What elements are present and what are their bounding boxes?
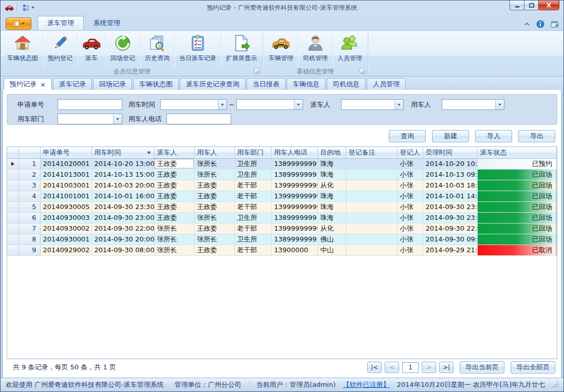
- ribbon-button-checklist[interactable]: 当日派车记录: [175, 32, 221, 67]
- cell-destination[interactable]: 珠海: [317, 169, 346, 180]
- dialog-launcher-icon[interactable]: ◿: [254, 68, 260, 74]
- cell-phone[interactable]: 1389999999: [271, 158, 317, 169]
- table-row[interactable]: 4201410010012014-10-01 16:00王政委王政委老干部139…: [7, 191, 557, 201]
- cell-accept_time[interactable]: 2014-09-30 22:59: [423, 223, 477, 234]
- column-header-dispatcher[interactable]: 派车人: [154, 147, 194, 158]
- ribbon-button-house[interactable]: 车辆状态图: [3, 32, 43, 67]
- column-header-order_no[interactable]: 申请单号: [40, 147, 91, 158]
- ribbon-tab-dispatch[interactable]: 派车管理: [37, 16, 84, 30]
- cell-dispatcher[interactable]: 张所长: [154, 223, 194, 234]
- export-button[interactable]: 导出: [518, 130, 555, 142]
- ribbon-tab-system[interactable]: 系统管理: [84, 16, 130, 30]
- cell-dispatcher[interactable]: 张所长: [154, 245, 194, 255]
- table-row[interactable]: 2201410130012014-10-13 15:00王政委张所长卫生所138…: [7, 169, 557, 180]
- column-header-accept_time[interactable]: 受理时间: [423, 147, 477, 158]
- cell-use_time[interactable]: 2014-10-03 20:00: [91, 180, 154, 191]
- cell-registrar[interactable]: 小张: [397, 191, 423, 201]
- cell-user[interactable]: 张所长: [194, 212, 234, 223]
- resize-grip[interactable]: [552, 382, 558, 388]
- first-page-button[interactable]: |<: [367, 362, 382, 373]
- cell-status[interactable]: 已回场: [477, 234, 557, 245]
- cell-remark[interactable]: [346, 158, 397, 169]
- order-no-input[interactable]: [58, 99, 122, 110]
- cell-user[interactable]: 王政委: [194, 180, 234, 191]
- cell-dispatcher[interactable]: 张所长: [154, 234, 194, 245]
- cell-status[interactable]: 已取消: [477, 245, 557, 255]
- cell-dispatcher[interactable]: 王政委: [154, 180, 194, 191]
- cell-user[interactable]: 张所长: [194, 158, 234, 169]
- cell-registrar[interactable]: 小张: [397, 212, 423, 223]
- cell-status[interactable]: 已回场: [477, 212, 557, 223]
- doc-tab-6[interactable]: 车辆信息: [287, 78, 326, 90]
- cell-order_no[interactable]: 20140930002: [40, 223, 91, 234]
- cell-order_no[interactable]: 20140929002: [40, 245, 91, 255]
- dropdown-arrow-button[interactable]: [394, 100, 403, 109]
- cell-user[interactable]: 张所长: [194, 169, 234, 180]
- collapse-ribbon-chevron-icon[interactable]: [524, 22, 530, 26]
- cell-use_time[interactable]: 2014-09-30 20:00: [91, 234, 154, 245]
- ribbon-button-driver[interactable]: 司机管理: [298, 32, 333, 67]
- dispatcher-combo[interactable]: [341, 99, 404, 110]
- cell-order_no[interactable]: 20141003001: [40, 180, 91, 191]
- cell-phone[interactable]: 13999999999: [271, 180, 317, 191]
- cell-use_time[interactable]: 2014-09-30 23:30: [91, 201, 154, 212]
- cell-destination[interactable]: 珠海: [317, 201, 346, 212]
- cell-accept_time[interactable]: 2014-09-30 23:14: [423, 201, 477, 212]
- cell-registrar[interactable]: 小张: [397, 245, 423, 255]
- cell-dispatcher[interactable]: 王政委: [154, 158, 194, 169]
- dialog-launcher-icon[interactable]: ◿: [360, 68, 365, 74]
- cell-dept[interactable]: 老干部: [234, 223, 271, 234]
- column-header-registrar[interactable]: 登记人: [397, 147, 423, 158]
- doc-tab-4[interactable]: 派车历史记录查询: [180, 78, 246, 90]
- license-registered-link[interactable]: 【软件已注册】: [343, 380, 390, 389]
- cell-accept_time[interactable]: 2014-09-30 09:17: [423, 234, 477, 245]
- cell-dispatcher[interactable]: 王政委: [154, 212, 194, 223]
- cell-remark[interactable]: [346, 223, 397, 234]
- cell-phone[interactable]: 13999999999: [271, 191, 317, 201]
- cell-destination[interactable]: 中山: [317, 245, 346, 255]
- query-button[interactable]: 查询: [389, 130, 426, 142]
- cell-dept[interactable]: 卫生所: [234, 158, 271, 169]
- ribbon-button-people[interactable]: 人员管理: [333, 32, 367, 67]
- last-page-button[interactable]: >|: [439, 362, 454, 373]
- cell-remark[interactable]: [346, 201, 397, 212]
- cell-registrar[interactable]: 小张: [397, 169, 423, 180]
- ribbon-button-recycle[interactable]: 回场登记: [106, 32, 140, 67]
- cell-use_time[interactable]: 2014-09-30 22:00: [91, 223, 154, 234]
- use-time-from-combo[interactable]: [160, 99, 227, 110]
- cell-status[interactable]: 已回场: [477, 180, 557, 191]
- cell-dept[interactable]: 卫生所: [234, 169, 271, 180]
- cell-user[interactable]: 王政委: [194, 191, 234, 201]
- cell-user[interactable]: 王政委: [194, 201, 234, 212]
- column-header-phone[interactable]: 用车人电话: [271, 147, 317, 158]
- cell-user[interactable]: 王政委: [194, 223, 234, 234]
- cell-phone[interactable]: 1389999999: [271, 212, 317, 223]
- page-number-input[interactable]: [402, 362, 419, 373]
- cell-dept[interactable]: 卫生所: [234, 212, 271, 223]
- import-button[interactable]: 导入: [475, 130, 512, 142]
- doc-tab-1[interactable]: 派车记录: [53, 78, 92, 90]
- cell-destination[interactable]: 珠海: [317, 158, 346, 169]
- cell-registrar[interactable]: 小张: [397, 180, 423, 191]
- column-header-user[interactable]: 用车人: [194, 147, 234, 158]
- cell-remark[interactable]: [346, 191, 397, 201]
- cell-status[interactable]: 已回场: [477, 169, 557, 180]
- dropdown-arrow-button[interactable]: [218, 100, 227, 109]
- cell-destination[interactable]: 珠海: [317, 191, 346, 201]
- cell-accept_time[interactable]: 2014-09-30 23:05: [423, 212, 477, 223]
- cell-accept_time[interactable]: 2014-10-01 14:19: [423, 191, 477, 201]
- cell-use_time[interactable]: 2014-10-13 15:00: [91, 169, 154, 180]
- dept-combo[interactable]: [58, 114, 122, 124]
- cell-use_time[interactable]: 2014-10-20 13:00: [91, 158, 154, 169]
- ribbon-button-pencil[interactable]: 预约登记: [43, 32, 78, 67]
- prev-page-button[interactable]: <: [385, 362, 399, 373]
- tab-close-icon[interactable]: ×: [40, 81, 46, 88]
- cell-phone[interactable]: 1389999999: [271, 234, 317, 245]
- column-header-status[interactable]: 派车状态: [477, 147, 557, 158]
- cell-status[interactable]: 已预约: [477, 158, 557, 169]
- cell-registrar[interactable]: 小张: [397, 223, 423, 234]
- cell-order_no[interactable]: 20141001001: [40, 191, 91, 201]
- next-page-button[interactable]: >: [422, 362, 436, 373]
- sort-filter-arrow-icon[interactable]: [147, 152, 151, 154]
- table-row[interactable]: 8201409300012014-09-30 20:00张所长张所长卫生所138…: [7, 234, 557, 245]
